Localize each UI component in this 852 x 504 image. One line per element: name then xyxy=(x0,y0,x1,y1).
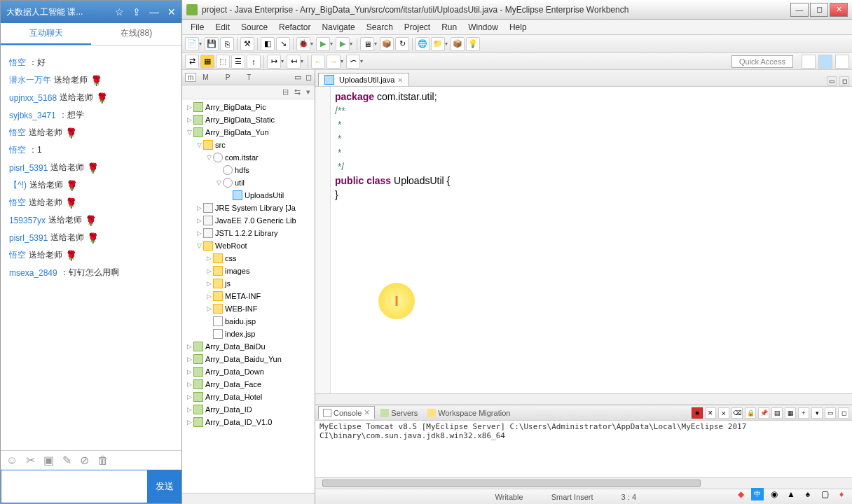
tree-expand-icon[interactable]: ▽ xyxy=(214,177,223,188)
package-icon[interactable]: 📦 xyxy=(451,37,465,51)
project-tree[interactable]: ▷Arry_BigData_Pic▷Arry_BigData_Static▽Ar… xyxy=(182,99,315,493)
indent1-icon[interactable]: ↦ xyxy=(267,55,281,69)
maximize-button[interactable]: ◻ xyxy=(810,3,828,17)
run-ext-icon[interactable]: ▶ xyxy=(336,37,350,51)
tree-expand-icon[interactable]: ▷ xyxy=(185,416,193,428)
ide-titlebar[interactable]: project - Java Enterprise - Arry_BigData… xyxy=(182,0,852,20)
open-console-icon[interactable]: ▦ xyxy=(785,407,796,419)
tree-node[interactable]: baidu.jsp xyxy=(182,315,315,328)
link-icon[interactable]: ⇄ xyxy=(185,55,199,69)
tree-expand-icon[interactable]: ▷ xyxy=(185,354,193,365)
tree-expand-icon[interactable]: ▽ xyxy=(205,152,213,163)
tree-expand-icon[interactable]: ▷ xyxy=(195,202,203,214)
goto-icon[interactable]: ↘ xyxy=(276,37,290,51)
quick-access-input[interactable]: Quick Access xyxy=(731,55,793,68)
tab-interactive-chat[interactable]: 互动聊天 xyxy=(1,23,91,45)
console-output[interactable]: MyEclipse Tomcat v8.5 [MyEclipse Server]… xyxy=(315,421,852,477)
tab-online[interactable]: 在线(88) xyxy=(91,23,181,45)
scissors-icon[interactable]: ✂ xyxy=(26,454,35,467)
chat-titlebar[interactable]: 大数据人工智能 课... ☆ ⇪ — ✕ xyxy=(1,1,181,23)
link-editor-icon[interactable]: ⇆ xyxy=(294,88,301,97)
tree-node[interactable]: hdfs xyxy=(182,164,315,176)
editor-hscrollbar[interactable] xyxy=(315,393,852,405)
chat-message-list[interactable]: 悟空：好潜水一万年 送给老师🌹upjnxx_5168 送给老师🌹syjbks_3… xyxy=(1,46,181,450)
close-tab-icon[interactable]: ✕ xyxy=(397,76,403,84)
tray-icon[interactable]: ◆ xyxy=(734,488,747,500)
tree-expand-icon[interactable]: ▷ xyxy=(195,215,203,226)
tree-expand-icon[interactable]: ▽ xyxy=(185,127,193,138)
menu-icon[interactable]: ▾ xyxy=(811,407,823,419)
tree-expand-icon[interactable]: ▽ xyxy=(195,139,203,150)
tree-node[interactable]: ▷Arry_Data_Baidu_Yun xyxy=(182,353,315,365)
menu-run[interactable]: Run xyxy=(436,21,462,34)
tree-node[interactable]: ▽com.itstar xyxy=(182,151,315,164)
highlight-icon[interactable]: ▦ xyxy=(200,55,214,69)
new-icon[interactable]: 📄 xyxy=(185,37,199,51)
menu-search[interactable]: Search xyxy=(361,21,399,34)
tree-node[interactable]: ▷Arry_Data_Down xyxy=(182,365,315,378)
editor-tab-uploadsutil[interactable]: UploadsUtil.java ✕ xyxy=(318,73,409,86)
explorer-view-tab[interactable]: T xyxy=(245,74,253,81)
explorer-max-icon[interactable]: ◻ xyxy=(305,73,312,82)
tree-expand-icon[interactable]: ▷ xyxy=(185,391,193,402)
tree-node[interactable]: ▷Arry_Data_ID_V1.0 xyxy=(182,416,315,428)
perspective-other-icon[interactable] xyxy=(835,55,849,69)
tree-node[interactable]: ▷Arry_Data_BaiDu xyxy=(182,340,315,353)
console-min-icon[interactable]: ▭ xyxy=(825,407,836,419)
trash-icon[interactable]: 🗑 xyxy=(97,454,109,467)
menu-navigate[interactable]: Navigate xyxy=(316,21,360,34)
perspective-java-icon[interactable] xyxy=(818,55,832,69)
pin-console-icon[interactable]: 📌 xyxy=(758,407,769,419)
explorer-view-tab[interactable]: M xyxy=(200,74,210,81)
editor-gutter[interactable] xyxy=(315,87,331,393)
code-editor[interactable]: package com.itstar.util; /** * * * */ pu… xyxy=(315,87,852,393)
tree-expand-icon[interactable]: ▷ xyxy=(205,278,213,289)
tree-node[interactable]: ▷JavaEE 7.0 Generic Lib xyxy=(182,214,315,227)
new-console-icon[interactable]: + xyxy=(798,407,809,419)
collapse-all-icon[interactable]: ⊟ xyxy=(282,88,289,97)
last-icon[interactable]: ⤺ xyxy=(346,55,360,69)
editor-max-icon[interactable]: ◻ xyxy=(839,76,849,86)
minimize-button[interactable]: — xyxy=(790,3,809,17)
explorer-min-icon[interactable]: ▭ xyxy=(294,73,301,82)
explorer-view-tab[interactable]: P xyxy=(224,74,233,81)
tree-node[interactable]: UploadsUtil xyxy=(182,189,315,202)
explorer-view-tab[interactable]: m xyxy=(185,73,196,82)
menu-refactor[interactable]: Refactor xyxy=(273,21,316,34)
forward-icon[interactable]: → xyxy=(327,55,341,69)
back-icon[interactable]: ← xyxy=(311,55,325,69)
tree-node[interactable]: ▽Arry_BigData_Yun xyxy=(182,126,315,139)
tray-icon[interactable]: ▲ xyxy=(785,488,797,500)
tray-icon[interactable]: ▢ xyxy=(818,488,831,500)
perspective-open-icon[interactable] xyxy=(802,55,816,69)
run-icon[interactable]: ▶ xyxy=(316,37,330,51)
pin-icon[interactable]: ☆ xyxy=(115,6,124,18)
tree-node[interactable]: ▽src xyxy=(182,139,315,151)
clear-icon[interactable]: ⌫ xyxy=(731,407,743,419)
close-console-icon[interactable]: ✕ xyxy=(364,408,370,417)
tray-icon[interactable]: ♦ xyxy=(835,488,848,500)
console-max-icon[interactable]: ◻ xyxy=(838,407,849,419)
folder-icon[interactable]: 📁 xyxy=(431,37,445,51)
remove-icon[interactable]: ✕ xyxy=(705,407,716,419)
server-icon[interactable]: 🖥 xyxy=(360,37,374,51)
tray-icon[interactable]: ♠ xyxy=(802,488,814,500)
tree-expand-icon[interactable]: ▷ xyxy=(205,265,213,276)
browser-icon[interactable]: 🌐 xyxy=(415,37,430,51)
remove-all-icon[interactable]: ⨯ xyxy=(718,407,729,419)
minimize-icon[interactable]: — xyxy=(149,6,159,18)
menu-source[interactable]: Source xyxy=(235,21,273,34)
tab-workspace-migration[interactable]: Workspace Migration xyxy=(423,407,514,419)
tree-expand-icon[interactable]: ▷ xyxy=(185,102,193,113)
stop-icon[interactable]: ■ xyxy=(692,407,703,419)
tree-node[interactable]: ▷JRE System Library [Ja xyxy=(182,202,315,214)
chat-input[interactable] xyxy=(1,470,148,503)
indent2-icon[interactable]: ↤ xyxy=(287,55,301,69)
outline-icon[interactable]: ☰ xyxy=(231,55,245,69)
tree-node[interactable]: ▷images xyxy=(182,265,315,277)
debug-icon[interactable]: 🐞 xyxy=(296,37,310,51)
mark-icon[interactable]: ⬚ xyxy=(216,55,230,69)
tree-node[interactable]: ▷Arry_Data_Face xyxy=(182,378,315,391)
tree-expand-icon[interactable]: ▷ xyxy=(185,114,193,125)
tree-node[interactable]: ▷META-INF xyxy=(182,290,315,302)
